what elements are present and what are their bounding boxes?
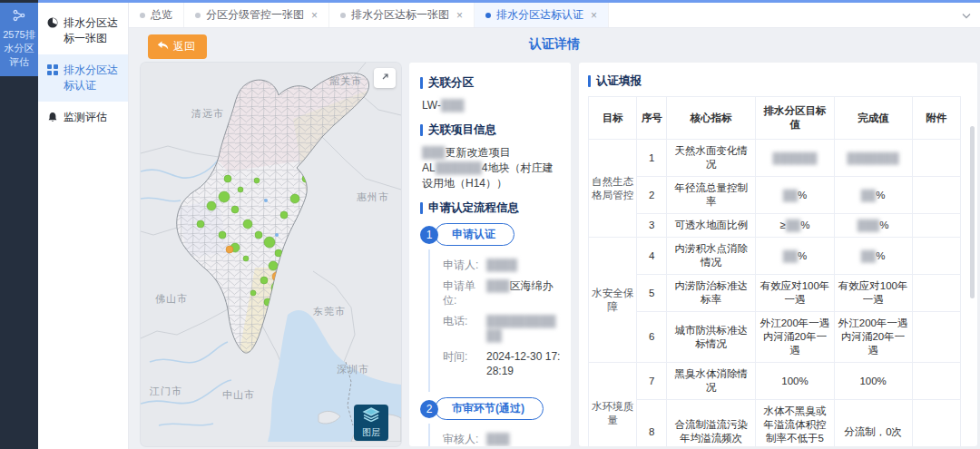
rail-item-drainage-evaluation[interactable]: 2575排水分区评估 bbox=[0, 3, 38, 76]
vertical-scrollbar-thumb[interactable] bbox=[970, 126, 975, 298]
goal-cell: ██% bbox=[756, 238, 834, 275]
grid-icon bbox=[47, 64, 58, 80]
map-expand-button[interactable] bbox=[374, 68, 396, 88]
map-label-city: 东莞市 bbox=[313, 306, 346, 317]
content-area: 返回 认证详情 bbox=[129, 28, 980, 449]
done-cell: ██% bbox=[834, 238, 912, 275]
goal-cell: ██████ bbox=[756, 140, 834, 177]
done-cell: 100% bbox=[834, 363, 912, 400]
close-icon[interactable]: × bbox=[311, 9, 318, 22]
goal-cell: 外江200年一遇 内河涌20年一遇 bbox=[756, 312, 834, 363]
tab-zoning-control-map[interactable]: 分区分级管控一张图 × bbox=[184, 3, 329, 27]
sidebar-item-label: 排水分区达标一张图 bbox=[64, 15, 122, 46]
layers-button-label: 图层 bbox=[362, 426, 380, 439]
pie-chart-icon bbox=[47, 17, 58, 33]
sidebar: 排水分区达标一张图 排水分区达标认证 监测评估 bbox=[38, 0, 129, 449]
map-label-city: 佛山市 bbox=[155, 293, 188, 304]
done-cell: ███████ bbox=[834, 140, 912, 177]
section-header-project: 关联项目信息 bbox=[420, 122, 562, 138]
tab-bar: 总览 分区分级管控一张图 × 排水分区达标一张图 × 排水分区达标认证 × bbox=[129, 3, 980, 28]
col-done: 完成值 bbox=[834, 97, 912, 140]
done-cell: 有效应对100年一遇 bbox=[834, 275, 912, 312]
map-label-city: 深圳市 bbox=[337, 364, 369, 375]
certification-report-panel: 认证填报 目标 序号 核心指标 排水分区目标值 完成值 附件 bbox=[579, 63, 977, 446]
tab-dot-icon bbox=[140, 13, 145, 18]
attachment-cell bbox=[912, 312, 960, 363]
done-cell: ███% bbox=[834, 214, 912, 238]
layers-button[interactable]: 图层 bbox=[354, 405, 388, 441]
rail-item-label: 2575排水分区评估 bbox=[3, 28, 35, 69]
map-canvas[interactable]: 韶关市 清远市 惠州市 佛山市 东莞市 深圳市 中山市 江门市 bbox=[141, 63, 401, 442]
attachment-cell bbox=[912, 275, 960, 312]
tab-dot-icon bbox=[340, 13, 346, 18]
nav-rail: 2575排水分区评估 bbox=[0, 0, 38, 449]
content-header: 返回 认证详情 bbox=[129, 28, 980, 61]
attachment-cell bbox=[912, 177, 960, 214]
step-header: 1 申请认证 bbox=[420, 223, 562, 246]
sidebar-item-label: 监测评估 bbox=[64, 110, 107, 125]
sidebar-item-certification[interactable]: 排水分区达标认证 bbox=[38, 54, 128, 102]
col-target: 目标 bbox=[589, 97, 637, 140]
target-group-cell: 自然生态格局管控 bbox=[589, 140, 637, 238]
step-number-badge: 1 bbox=[420, 226, 438, 244]
close-icon[interactable]: × bbox=[456, 9, 463, 22]
section-bar bbox=[588, 75, 591, 87]
tab-dot-icon bbox=[195, 13, 201, 18]
field-row: 申请人: ████ bbox=[443, 258, 562, 272]
tab-overview[interactable]: 总览 bbox=[129, 3, 184, 27]
sidebar-item-label: 排水分区达标认证 bbox=[64, 63, 122, 93]
attachment-cell bbox=[912, 400, 960, 447]
project-value: ███更新改造项目AL██████4地块（村庄建设用地（H14）） bbox=[422, 145, 562, 191]
step-name-pill: 市审环节(通过) bbox=[435, 397, 544, 420]
done-cell: 分流制，0次 bbox=[834, 400, 912, 447]
field-row: 电话: ███████████ bbox=[443, 314, 562, 343]
top-accent-line bbox=[38, 0, 980, 3]
chevron-down-icon[interactable] bbox=[953, 9, 980, 22]
close-icon[interactable]: × bbox=[591, 9, 597, 22]
field-row: 审核人: ███ bbox=[443, 432, 562, 446]
table-row: 水环境质量 7 黑臭水体消除情况 100% 100% bbox=[589, 363, 961, 400]
done-cell: 外江200年一遇 内河涌20年一遇 bbox=[834, 312, 912, 363]
indicators-table: 目标 序号 核心指标 排水分区目标值 完成值 附件 自然生态格局管控 1 天然水 bbox=[588, 96, 961, 446]
target-group-cell: 水环境质量 bbox=[589, 363, 637, 447]
table-row: 8 合流制溢流污染年均溢流频次 水体不黑臭或年溢流体积控制率不低于50% 分流制… bbox=[589, 400, 961, 447]
table-row: 2 年径流总量控制率 ██% ██% bbox=[589, 177, 961, 214]
bell-icon bbox=[47, 112, 58, 127]
goal-cell: ██% bbox=[756, 177, 834, 214]
content-columns: 韶关市 清远市 惠州市 佛山市 东莞市 深圳市 中山市 江门市 bbox=[141, 63, 977, 446]
map-label-city: 清远市 bbox=[191, 108, 224, 119]
field-row: 申请单位: ███区海绵办 bbox=[443, 278, 562, 307]
map-label-city: 江门市 bbox=[149, 386, 182, 396]
goal-cell: 100% bbox=[756, 363, 834, 400]
section-header-process: 申请认定流程信息 bbox=[420, 200, 562, 216]
tab-dot-icon bbox=[485, 13, 491, 18]
share-network-icon bbox=[13, 9, 25, 24]
zone-value: LW-███ bbox=[422, 98, 562, 113]
field-row: 时间: 2024-12-30 17:28:19 bbox=[443, 349, 562, 378]
table-row: 6 城市防洪标准达标情况 外江200年一遇 内河涌20年一遇 外江200年一遇 … bbox=[589, 312, 961, 363]
goal-cell: 有效应对100年一遇 bbox=[756, 275, 834, 312]
map-panel: 韶关市 清远市 惠州市 佛山市 东莞市 深圳市 中山市 江门市 bbox=[141, 63, 401, 446]
col-attachment: 附件 bbox=[912, 97, 960, 140]
map-label-city: 中山市 bbox=[222, 389, 255, 400]
target-group-cell: 水安全保障 bbox=[589, 238, 637, 363]
map-label-city: 惠州市 bbox=[357, 191, 389, 202]
process-step-city-review: 2 市审环节(通过) 审核人: ███ 审核单位: 市海绵办检查组 bbox=[420, 397, 562, 446]
col-goal: 排水分区目标值 bbox=[756, 97, 834, 140]
section-bar bbox=[420, 124, 423, 136]
page-title: 认证详情 bbox=[129, 36, 980, 53]
tab-compliance-map[interactable]: 排水分区达标一张图 × bbox=[329, 3, 475, 27]
tab-compliance-certification[interactable]: 排水分区达标认证 × bbox=[475, 3, 609, 27]
section-header-report: 认证填报 bbox=[588, 73, 965, 89]
goal-cell: ≥██% bbox=[756, 214, 834, 238]
step-fields: 审核人: ███ 审核单位: 市海绵办检查组 电话: ███████████ bbox=[428, 424, 562, 446]
sidebar-item-monitoring[interactable]: 监测评估 bbox=[38, 102, 128, 135]
step-number-badge: 2 bbox=[420, 400, 438, 418]
section-bar bbox=[420, 202, 423, 214]
certification-info-panel: 关联分区 LW-███ 关联项目信息 ███更新改造项目AL██████4地块（… bbox=[409, 63, 571, 446]
sidebar-item-one-map[interactable]: 排水分区达标一张图 bbox=[38, 7, 128, 54]
done-cell: ██% bbox=[834, 177, 912, 214]
table-header-row: 目标 序号 核心指标 排水分区目标值 完成值 附件 bbox=[589, 97, 961, 140]
table-row: 自然生态格局管控 1 天然水面变化情况 ██████ ███████ bbox=[589, 140, 961, 177]
attachment-cell bbox=[912, 214, 960, 238]
